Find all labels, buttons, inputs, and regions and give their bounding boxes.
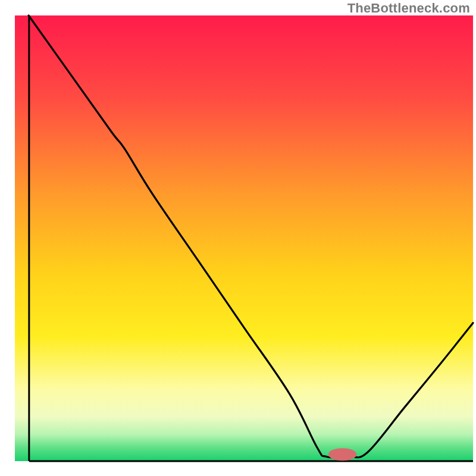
- optimal-zone-marker: [328, 448, 357, 461]
- watermark-text: TheBottleneck.com: [347, 1, 470, 16]
- chart-canvas: [0, 0, 476, 476]
- bottleneck-chart: TheBottleneck.com: [0, 0, 476, 476]
- plot-background: [15, 15, 473, 461]
